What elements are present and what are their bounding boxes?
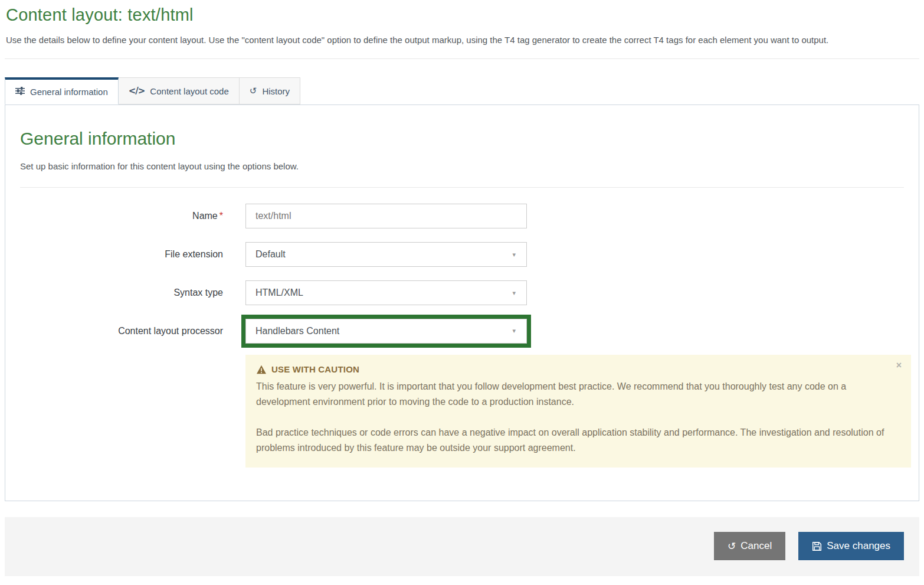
tab-content-panel: General information Set up basic informa… — [5, 104, 919, 501]
page-title: Content layout: text/html — [6, 5, 919, 25]
file-extension-label: File extension — [20, 242, 245, 267]
cancel-button[interactable]: ↺ Cancel — [714, 532, 785, 560]
undo-icon: ↺ — [728, 540, 736, 552]
history-icon: ↺ — [250, 86, 257, 96]
syntax-type-label: Syntax type — [20, 280, 245, 305]
chevron-down-icon: ▾ — [512, 251, 516, 259]
content-layout-processor-highlight: Handlebars Content ▾ — [241, 315, 531, 348]
caution-alert-title: USE WITH CAUTION — [271, 364, 359, 374]
form-row-file-extension: File extension Default ▾ — [20, 242, 904, 267]
required-asterisk: * — [219, 211, 223, 221]
page-description: Use the details below to define your con… — [6, 35, 919, 45]
warning-icon — [256, 365, 267, 374]
cancel-button-label: Cancel — [740, 540, 772, 552]
tab-general-information[interactable]: General information — [5, 77, 119, 104]
header-divider — [5, 58, 919, 59]
tab-label: History — [262, 86, 290, 96]
tab-label: Content layout code — [150, 86, 228, 96]
form-row-syntax-type: Syntax type HTML/XML ▾ — [20, 280, 904, 305]
general-information-form: Name* File extension Default ▾ Syntax ty… — [20, 204, 904, 468]
tab-content-layout-code[interactable]: </> Content layout code — [118, 77, 240, 104]
close-icon[interactable]: × — [896, 361, 902, 370]
sliders-icon — [15, 87, 25, 97]
page: Content layout: text/html Use the detail… — [0, 5, 924, 501]
content-layout-processor-label: Content layout processor — [20, 319, 245, 344]
file-extension-value: Default — [255, 249, 286, 260]
save-changes-button[interactable]: Save changes — [798, 532, 904, 560]
file-extension-select[interactable]: Default ▾ — [245, 242, 527, 267]
name-label: Name* — [20, 204, 245, 228]
caution-alert-paragraph: Bad practice techniques or code errors c… — [256, 425, 900, 456]
tab-label: General information — [30, 87, 108, 97]
action-footer: ↺ Cancel Save changes — [5, 517, 919, 576]
section-divider — [20, 187, 904, 188]
name-input[interactable] — [245, 204, 527, 228]
tab-history[interactable]: ↺ History — [239, 77, 300, 104]
section-subheading: Set up basic information for this conten… — [20, 161, 904, 171]
syntax-type-value: HTML/XML — [255, 287, 303, 298]
caution-alert-paragraph: This feature is very powerful. It is imp… — [256, 379, 900, 410]
caution-alert: × USE WITH CAUTION This feature is very … — [245, 355, 911, 468]
save-icon — [812, 541, 822, 551]
content-layout-processor-select[interactable]: Handlebars Content ▾ — [245, 319, 527, 344]
syntax-type-select[interactable]: HTML/XML ▾ — [245, 280, 527, 305]
caution-alert-header: USE WITH CAUTION — [256, 364, 900, 374]
save-button-label: Save changes — [827, 540, 890, 552]
tab-bar: General information </> Content layout c… — [5, 77, 919, 104]
form-row-name: Name* — [20, 204, 904, 228]
form-row-content-layout-processor: Content layout processor Handlebars Cont… — [20, 319, 904, 344]
code-icon: </> — [129, 86, 145, 96]
section-heading: General information — [20, 129, 904, 149]
chevron-down-icon: ▾ — [512, 289, 516, 297]
